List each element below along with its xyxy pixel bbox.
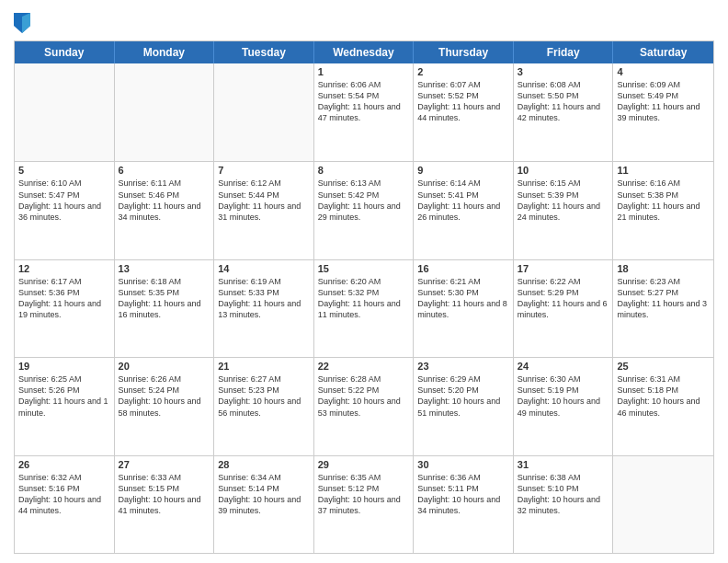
- calendar-cell: 15Sunrise: 6:20 AMSunset: 5:32 PMDayligh…: [314, 260, 415, 357]
- day-number: 19: [18, 361, 110, 372]
- cell-content: Sunrise: 6:08 AMSunset: 5:50 PMDaylight:…: [518, 79, 609, 124]
- calendar-cell: [214, 63, 314, 161]
- cell-content: Sunrise: 6:20 AMSunset: 5:32 PMDaylight:…: [318, 276, 410, 321]
- day-number: 24: [518, 361, 609, 372]
- day-number: 16: [417, 263, 509, 274]
- cell-content: Sunrise: 6:35 AMSunset: 5:12 PMDaylight:…: [318, 472, 410, 517]
- cell-content: Sunrise: 6:15 AMSunset: 5:39 PMDaylight:…: [518, 178, 609, 223]
- cell-content: Sunrise: 6:07 AMSunset: 5:52 PMDaylight:…: [417, 79, 509, 124]
- header: [14, 9, 714, 33]
- cell-content: Sunrise: 6:18 AMSunset: 5:35 PMDaylight:…: [119, 276, 210, 321]
- calendar-cell: [613, 456, 713, 553]
- calendar-cell: 18Sunrise: 6:23 AMSunset: 5:27 PMDayligh…: [613, 260, 713, 357]
- calendar-cell: 28Sunrise: 6:34 AMSunset: 5:14 PMDayligh…: [214, 456, 314, 553]
- calendar-cell: 12Sunrise: 6:17 AMSunset: 5:36 PMDayligh…: [15, 260, 115, 357]
- day-number: 11: [617, 165, 710, 176]
- day-header-tuesday: Tuesday: [214, 41, 314, 63]
- cell-content: Sunrise: 6:30 AMSunset: 5:19 PMDaylight:…: [518, 373, 609, 419]
- calendar-cell: 24Sunrise: 6:30 AMSunset: 5:19 PMDayligh…: [514, 358, 614, 454]
- calendar-cell: [15, 63, 115, 161]
- calendar-cell: 23Sunrise: 6:29 AMSunset: 5:20 PMDayligh…: [414, 358, 514, 454]
- day-number: 12: [18, 263, 110, 274]
- day-header-sunday: Sunday: [15, 41, 115, 63]
- calendar-row-1: 5Sunrise: 6:10 AMSunset: 5:47 PMDaylight…: [15, 161, 713, 259]
- cell-content: Sunrise: 6:14 AMSunset: 5:41 PMDaylight:…: [417, 178, 509, 223]
- calendar: SundayMondayTuesdayWednesdayThursdayFrid…: [14, 40, 714, 554]
- cell-content: Sunrise: 6:27 AMSunset: 5:23 PMDaylight:…: [218, 373, 310, 419]
- calendar-cell: 31Sunrise: 6:38 AMSunset: 5:10 PMDayligh…: [514, 456, 614, 553]
- cell-content: Sunrise: 6:29 AMSunset: 5:20 PMDaylight:…: [417, 373, 509, 419]
- day-number: 31: [518, 459, 609, 470]
- calendar-cell: 5Sunrise: 6:10 AMSunset: 5:47 PMDaylight…: [15, 162, 115, 259]
- day-number: 9: [417, 165, 509, 176]
- calendar-cell: 3Sunrise: 6:08 AMSunset: 5:50 PMDaylight…: [514, 63, 614, 161]
- day-number: 7: [218, 165, 310, 176]
- day-number: 6: [119, 165, 210, 176]
- day-number: 22: [318, 361, 410, 372]
- calendar-cell: 7Sunrise: 6:12 AMSunset: 5:44 PMDaylight…: [214, 162, 314, 259]
- day-header-friday: Friday: [514, 41, 614, 63]
- calendar-cell: 22Sunrise: 6:28 AMSunset: 5:22 PMDayligh…: [314, 358, 415, 454]
- calendar-cell: 1Sunrise: 6:06 AMSunset: 5:54 PMDaylight…: [314, 63, 415, 161]
- calendar-cell: 9Sunrise: 6:14 AMSunset: 5:41 PMDaylight…: [414, 162, 514, 259]
- calendar-cell: 27Sunrise: 6:33 AMSunset: 5:15 PMDayligh…: [115, 456, 215, 553]
- calendar-cell: 17Sunrise: 6:22 AMSunset: 5:29 PMDayligh…: [514, 260, 614, 357]
- day-number: 20: [119, 361, 210, 372]
- calendar-cell: 30Sunrise: 6:36 AMSunset: 5:11 PMDayligh…: [414, 456, 514, 553]
- calendar-cell: 10Sunrise: 6:15 AMSunset: 5:39 PMDayligh…: [514, 162, 614, 259]
- cell-content: Sunrise: 6:23 AMSunset: 5:27 PMDaylight:…: [617, 276, 710, 321]
- calendar-row-2: 12Sunrise: 6:17 AMSunset: 5:36 PMDayligh…: [15, 259, 713, 357]
- cell-content: Sunrise: 6:10 AMSunset: 5:47 PMDaylight:…: [18, 178, 110, 223]
- cell-content: Sunrise: 6:09 AMSunset: 5:49 PMDaylight:…: [617, 79, 710, 124]
- day-number: 14: [218, 263, 310, 274]
- day-number: 2: [417, 66, 509, 77]
- calendar-cell: 16Sunrise: 6:21 AMSunset: 5:30 PMDayligh…: [414, 260, 514, 357]
- calendar-cell: 6Sunrise: 6:11 AMSunset: 5:46 PMDaylight…: [115, 162, 215, 259]
- calendar-cell: 8Sunrise: 6:13 AMSunset: 5:42 PMDaylight…: [314, 162, 415, 259]
- cell-content: Sunrise: 6:34 AMSunset: 5:14 PMDaylight:…: [218, 472, 310, 517]
- calendar-cell: 4Sunrise: 6:09 AMSunset: 5:49 PMDaylight…: [613, 63, 713, 161]
- day-number: 18: [617, 263, 710, 274]
- calendar-row-3: 19Sunrise: 6:25 AMSunset: 5:26 PMDayligh…: [15, 357, 713, 454]
- cell-content: Sunrise: 6:25 AMSunset: 5:26 PMDaylight:…: [18, 373, 110, 419]
- calendar-cell: [115, 63, 215, 161]
- calendar-cell: 14Sunrise: 6:19 AMSunset: 5:33 PMDayligh…: [214, 260, 314, 357]
- calendar-cell: 19Sunrise: 6:25 AMSunset: 5:26 PMDayligh…: [15, 358, 115, 454]
- calendar-cell: 11Sunrise: 6:16 AMSunset: 5:38 PMDayligh…: [613, 162, 713, 259]
- calendar-cell: 29Sunrise: 6:35 AMSunset: 5:12 PMDayligh…: [314, 456, 415, 553]
- logo-icon: [14, 13, 30, 33]
- day-number: 30: [417, 459, 509, 470]
- cell-content: Sunrise: 6:17 AMSunset: 5:36 PMDaylight:…: [18, 276, 110, 321]
- cell-content: Sunrise: 6:16 AMSunset: 5:38 PMDaylight:…: [617, 178, 710, 223]
- day-number: 27: [119, 459, 210, 470]
- day-number: 5: [18, 165, 110, 176]
- day-header-wednesday: Wednesday: [314, 41, 415, 63]
- day-number: 23: [417, 361, 509, 372]
- day-header-thursday: Thursday: [414, 41, 514, 63]
- logo: [14, 13, 33, 33]
- day-number: 29: [318, 459, 410, 470]
- calendar-cell: 13Sunrise: 6:18 AMSunset: 5:35 PMDayligh…: [115, 260, 215, 357]
- day-number: 4: [617, 66, 710, 77]
- calendar-cell: 21Sunrise: 6:27 AMSunset: 5:23 PMDayligh…: [214, 358, 314, 454]
- day-number: 13: [119, 263, 210, 274]
- day-number: 28: [218, 459, 310, 470]
- day-number: 21: [218, 361, 310, 372]
- day-header-saturday: Saturday: [613, 41, 713, 63]
- day-header-monday: Monday: [115, 41, 215, 63]
- day-number: 15: [318, 263, 410, 274]
- cell-content: Sunrise: 6:33 AMSunset: 5:15 PMDaylight:…: [119, 472, 210, 517]
- cell-content: Sunrise: 6:13 AMSunset: 5:42 PMDaylight:…: [318, 178, 410, 223]
- day-number: 1: [318, 66, 410, 77]
- cell-content: Sunrise: 6:12 AMSunset: 5:44 PMDaylight:…: [218, 178, 310, 223]
- page: SundayMondayTuesdayWednesdayThursdayFrid…: [0, 0, 728, 563]
- cell-content: Sunrise: 6:26 AMSunset: 5:24 PMDaylight:…: [119, 373, 210, 419]
- day-number: 3: [518, 66, 609, 77]
- cell-content: Sunrise: 6:06 AMSunset: 5:54 PMDaylight:…: [318, 79, 410, 124]
- day-number: 25: [617, 361, 710, 372]
- calendar-header: SundayMondayTuesdayWednesdayThursdayFrid…: [15, 41, 713, 63]
- cell-content: Sunrise: 6:32 AMSunset: 5:16 PMDaylight:…: [18, 472, 110, 517]
- cell-content: Sunrise: 6:31 AMSunset: 5:18 PMDaylight:…: [617, 373, 710, 419]
- cell-content: Sunrise: 6:22 AMSunset: 5:29 PMDaylight:…: [518, 276, 609, 321]
- calendar-cell: 2Sunrise: 6:07 AMSunset: 5:52 PMDaylight…: [414, 63, 514, 161]
